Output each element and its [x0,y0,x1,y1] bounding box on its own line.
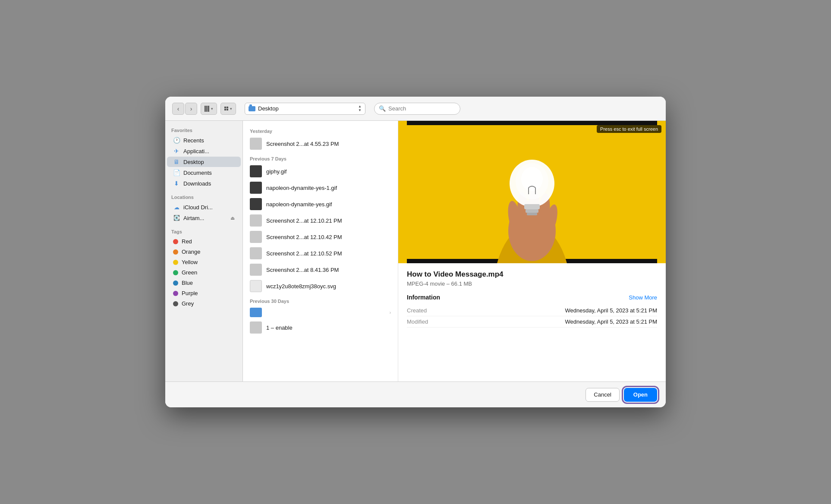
sidebar-item-desktop[interactable]: 🖥 Desktop [167,157,241,167]
sidebar-item-documents[interactable]: 📄 Documents [167,167,241,178]
sidebar-item-red[interactable]: Red [167,236,241,246]
rocket-icon: ✈ [173,148,180,154]
file-thumbnail [250,165,262,177]
info-key: Modified [407,318,450,325]
file-list: Yesterday Screenshot 2...at 4.55.23 PM P… [243,121,398,381]
svg-point-14 [521,167,543,191]
sidebar-item-applications[interactable]: ✈ Applicati... [167,146,241,156]
prev7-header: Previous 7 Days [243,152,398,163]
list-item[interactable]: wcz1y2u8ote8zmj38oyc.svg [243,278,398,294]
drive-icon: 💽 [173,214,180,221]
chevron-down-icon: ▾ [211,107,213,111]
sidebar-item-label: Green [182,269,197,276]
info-row: Modified Wednesday, April 5, 2023 at 5:2… [407,316,657,328]
list-item[interactable]: Screenshot 2...at 12.10.42 PM [243,229,398,245]
svg-rect-10 [524,204,540,209]
file-name: 1 – enable [266,324,293,331]
file-name: napoleon-dynamite-yes.gif [266,201,332,208]
sidebar-item-label: Orange [182,249,200,255]
location-content: Desktop [249,105,279,112]
file-name: Screenshot 2...at 12.10.52 PM [266,250,342,257]
list-item[interactable]: › [243,306,398,319]
chevron-right-icon: › [390,310,391,315]
sidebar-item-blue[interactable]: Blue [167,278,241,288]
svg-rect-0 [407,121,657,125]
file-name: wcz1y2u8ote8zmj38oyc.svg [266,283,336,290]
favorites-section-title: Favorites [165,126,242,135]
list-item[interactable]: Screenshot 2...at 12.10.21 PM [243,212,398,229]
sidebar-item-grey[interactable]: Grey [167,299,241,309]
file-thumbnail [250,182,262,194]
sidebar-item-icloud[interactable]: ☁ iCloud Dri... [167,202,241,212]
back-button[interactable]: ‹ [172,103,184,115]
yellow-tag-dot [173,260,178,265]
column-view-button[interactable]: ▾ [201,103,217,115]
file-name: Screenshot 2...at 12.10.42 PM [266,234,342,240]
file-name: giphy.gif [266,168,286,175]
file-thumbnail [250,247,262,259]
sidebar-item-label: Red [182,238,192,245]
orange-tag-dot [173,249,178,255]
file-name: Screenshot 2...at 8.41.36 PM [266,267,339,273]
sidebar: Favorites 🕐 Recents ✈ Applicati... 🖥 Des… [165,121,243,381]
main-content: Favorites 🕐 Recents ✈ Applicati... 🖥 Des… [165,121,666,381]
list-item[interactable]: Screenshot 2...at 12.10.52 PM [243,245,398,261]
chevron-down-icon2: ▾ [230,107,232,111]
list-item[interactable]: napoleon-dynamite-yes.gif [243,196,398,212]
open-button[interactable]: Open [624,388,657,402]
sidebar-item-green[interactable]: Green [167,268,241,277]
sidebar-item-purple[interactable]: Purple [167,288,241,298]
grid-view-button[interactable]: ▾ [220,103,236,115]
location-bar[interactable]: Desktop ▲▼ [245,103,365,115]
list-item[interactable]: napoleon-dynamite-yes-1.gif [243,180,398,196]
sidebar-item-label: Downloads [183,180,211,187]
preview-info: How to Video Message.mp4 MPEG-4 movie – … [398,263,666,381]
search-input[interactable] [388,105,449,112]
preview-panel: Press esc to exit full screen [398,121,666,381]
yesterday-header: Yesterday [243,124,398,135]
grid-view-icon [224,107,228,110]
show-more-link[interactable]: Show More [629,294,657,301]
sidebar-item-label: Recents [183,137,204,144]
info-value: Wednesday, April 5, 2023 at 5:21 PM [450,307,657,314]
sidebar-item-label: Grey [182,300,194,307]
column-view-icon [205,106,209,112]
search-bar[interactable]: 🔍 [374,103,460,115]
desktop-icon: 🖥 [173,158,180,165]
file-dialog: ‹ › ▾ ▾ Desktop ▲▼ 🔍 [165,97,666,407]
list-item[interactable]: 1 – enable [243,319,398,336]
info-header: Information Show More [407,294,657,301]
eject-icon[interactable]: ⏏ [230,215,235,221]
svg-rect-12 [527,213,537,215]
list-item[interactable]: giphy.gif [243,163,398,180]
forward-button[interactable]: › [185,103,197,115]
sidebar-item-label: Applicati... [183,148,209,154]
preview-filename: How to Video Message.mp4 [407,270,657,279]
svg-rect-11 [526,209,538,213]
locations-section-title: Locations [165,193,242,202]
sidebar-item-airtam[interactable]: 💽 Airtam... ⏏ [167,213,241,223]
file-thumbnail [250,138,262,150]
info-key: Created [407,307,450,314]
sidebar-item-recents[interactable]: 🕐 Recents [167,135,241,145]
sidebar-item-yellow[interactable]: Yellow [167,257,241,267]
grey-tag-dot [173,301,178,306]
file-thumbnail [250,231,262,243]
file-thumbnail [250,264,262,276]
file-thumbnail [250,321,262,334]
list-item[interactable]: Screenshot 2...at 8.41.36 PM [243,261,398,278]
file-name: Screenshot 2...at 4.55.23 PM [266,141,339,147]
prev30-header: Previous 30 Days [243,294,398,306]
folder-thumbnail [250,308,262,317]
sidebar-item-downloads[interactable]: ⬇ Downloads [167,178,241,189]
sidebar-item-label: Yellow [182,259,198,265]
blue-tag-dot [173,280,178,286]
download-icon: ⬇ [173,180,180,187]
cancel-button[interactable]: Cancel [585,388,619,402]
sidebar-item-orange[interactable]: Orange [167,247,241,257]
list-item[interactable]: Screenshot 2...at 4.55.23 PM [243,135,398,152]
sidebar-item-label: Purple [182,290,198,296]
file-thumbnail [250,280,262,292]
clock-icon: 🕐 [173,137,180,144]
sidebar-item-label: Blue [182,280,193,286]
